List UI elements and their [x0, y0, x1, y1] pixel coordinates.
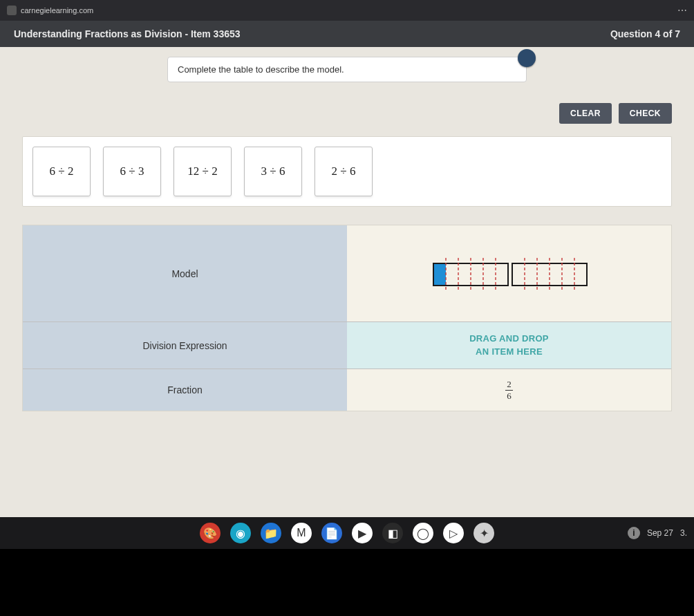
docs-icon[interactable]: 📄 [321, 523, 342, 543]
question-counter: Question 4 of 7 [610, 28, 680, 39]
row-label-model: Model [23, 225, 347, 322]
fraction-cell: 2 6 [347, 369, 671, 411]
drag-tile[interactable]: 6 ÷ 3 [103, 147, 161, 196]
drag-tile[interactable]: 2 ÷ 6 [315, 147, 373, 196]
fraction-numerator: 2 [505, 379, 513, 391]
tab-favicon [7, 6, 17, 15]
drag-tile[interactable]: 12 ÷ 2 [174, 147, 232, 196]
app-icon-2[interactable]: ◉ [230, 523, 251, 543]
fraction-display: 2 6 [505, 379, 513, 402]
dropzone-line1: DRAG AND DROP [469, 333, 549, 344]
table-value-column: DRAG AND DROP AN ITEM HERE 2 6 [347, 225, 671, 411]
row-label-fraction: Fraction [23, 369, 347, 411]
svg-rect-2 [434, 264, 446, 285]
drag-tiles-strip: 6 ÷ 2 6 ÷ 3 12 ÷ 2 3 ÷ 6 2 ÷ 6 [22, 136, 672, 207]
chrome-icon[interactable]: ◯ [413, 523, 433, 543]
app-icon-7[interactable]: ◧ [382, 523, 403, 543]
clear-button[interactable]: CLEAR [559, 103, 612, 124]
check-button[interactable]: CHECK [619, 103, 672, 124]
app-icon-1[interactable]: 🎨 [200, 523, 221, 543]
lesson-header: Understanding Fractions as Division - It… [0, 21, 694, 47]
content-area: Complete the table to describe the model… [0, 47, 694, 517]
action-button-row: CLEAR CHECK [0, 82, 694, 129]
taskbar-date: Sep 27 [647, 528, 673, 538]
row-label-division: Division Expression [23, 322, 347, 369]
table-label-column: Model Division Expression Fraction [23, 225, 347, 411]
browser-menu-icon[interactable]: ⋯ [677, 5, 687, 16]
app-icon-10[interactable]: ✦ [473, 523, 494, 543]
tab-title: carnegielearning.com [21, 6, 93, 15]
gmail-icon[interactable]: M [291, 523, 312, 543]
fraction-denominator: 6 [505, 391, 513, 402]
pin-icon[interactable] [518, 49, 536, 67]
drag-tile[interactable]: 3 ÷ 6 [244, 147, 302, 196]
division-drop-zone[interactable]: DRAG AND DROP AN ITEM HERE [347, 322, 671, 369]
prompt-card: Complete the table to describe the model… [167, 57, 527, 82]
browser-tab-bar: carnegielearning.com ⋯ [0, 0, 694, 21]
lesson-title: Understanding Fractions as Division - It… [14, 28, 241, 39]
youtube-icon[interactable]: ▶ [352, 523, 373, 543]
drag-tile[interactable]: 6 ÷ 2 [32, 147, 91, 196]
taskbar-tray: i Sep 27 3. [628, 527, 687, 539]
dropzone-line2: AN ITEM HERE [476, 346, 543, 357]
fraction-model-svg [420, 250, 599, 298]
play-icon[interactable]: ▷ [443, 523, 464, 543]
model-cell [347, 225, 671, 322]
files-icon[interactable]: 📁 [261, 523, 281, 543]
taskbar-battery: 3. [680, 528, 687, 538]
os-taskbar: 🎨◉📁M📄▶◧◯▷✦ i Sep 27 3. [0, 517, 694, 549]
prompt-text: Complete the table to describe the model… [178, 64, 344, 75]
answer-table: Model Division Expression Fraction [22, 225, 672, 411]
info-icon[interactable]: i [628, 527, 640, 539]
